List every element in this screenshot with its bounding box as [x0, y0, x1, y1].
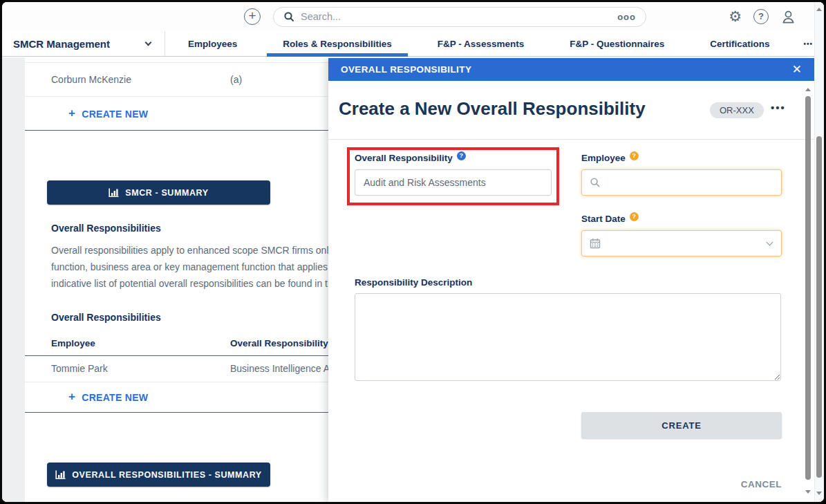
- nav-tabs: Employees Roles & Responsibilities F&P -…: [165, 31, 824, 56]
- start-date-input[interactable]: [581, 230, 782, 256]
- responsibility-cell: Business Intelligence An: [230, 363, 335, 374]
- employee-field: Employee ?: [581, 153, 782, 196]
- cancel-button[interactable]: CANCEL: [581, 479, 782, 489]
- help-icon[interactable]: ?: [630, 151, 639, 160]
- settings-gear-icon[interactable]: ⚙: [729, 9, 742, 24]
- global-search[interactable]: ooo: [273, 7, 646, 27]
- user-avatar-icon[interactable]: [780, 9, 796, 25]
- search-icon: [283, 11, 294, 22]
- plus-icon: +: [68, 390, 75, 404]
- scrollbar-thumb[interactable]: [816, 136, 822, 478]
- column-header-employee: Employee: [51, 338, 95, 348]
- tab-roles-responsibilities[interactable]: Roles & Responsibilities: [260, 31, 415, 56]
- bar-chart-icon: [109, 188, 119, 197]
- search-icon: [590, 177, 601, 188]
- calendar-icon: [590, 238, 601, 249]
- employee-search-input[interactable]: [581, 169, 782, 196]
- modal-header: OVERALL RESPONSIBILITY ✕: [328, 58, 814, 81]
- scrollbar-thumb[interactable]: [805, 96, 811, 480]
- create-new-button[interactable]: + CREATE NEW: [68, 108, 148, 120]
- employee-name-cell: Corburn McKenzie: [51, 74, 131, 85]
- search-input[interactable]: [301, 11, 617, 22]
- modal-body: Create a New Overall Responsibility OR-X…: [328, 81, 814, 502]
- divider: [328, 139, 814, 140]
- smcr-summary-label: SMCR - SUMMARY: [125, 188, 208, 198]
- close-icon[interactable]: ✕: [792, 64, 802, 75]
- table-heading: Overall Responsibilities: [51, 312, 161, 323]
- overall-responsibilities-summary-button[interactable]: OVERALL RESPONSIBILITIES - SUMMARY: [47, 463, 270, 487]
- topbar-actions: ⚙ ?: [729, 9, 796, 25]
- column-header-overall-responsibility: Overall Responsibility: [230, 338, 328, 348]
- start-date-label: Start Date ?: [581, 214, 782, 224]
- scroll-up-icon[interactable]: [816, 8, 822, 11]
- tab-employees[interactable]: Employees: [165, 31, 260, 56]
- quick-add-icon[interactable]: +: [244, 8, 261, 25]
- tab-fp-assessments[interactable]: F&P - Assessments: [415, 31, 547, 56]
- app-window: + ooo ⚙ ? SMCR Management Employees Role…: [0, 0, 826, 504]
- help-icon[interactable]: ?: [630, 212, 639, 221]
- scroll-up-icon[interactable]: [805, 88, 811, 91]
- employee-label: Employee ?: [581, 153, 782, 163]
- search-options-icon[interactable]: ooo: [617, 12, 636, 22]
- app-switcher[interactable]: SMCR Management: [2, 31, 165, 56]
- tab-certifications[interactable]: Certifications: [687, 31, 792, 56]
- section-description: Overall responsibilities apply to enhanc…: [51, 242, 335, 292]
- responsibility-description-textarea[interactable]: [355, 293, 781, 381]
- create-new-label: CREATE NEW: [82, 392, 148, 403]
- overall-responsibility-field: Overall Responsibility ?: [355, 153, 552, 196]
- help-icon[interactable]: ?: [753, 9, 769, 24]
- tab-fp-questionnaires[interactable]: F&P - Questionnaires: [547, 31, 687, 56]
- plus-icon: +: [68, 106, 75, 120]
- scroll-down-icon[interactable]: [805, 490, 811, 494]
- bar-chart-icon: [55, 470, 66, 479]
- scroll-down-icon[interactable]: [816, 492, 822, 495]
- app-title: SMCR Management: [13, 38, 110, 50]
- top-bar: + ooo ⚙ ?: [2, 2, 824, 31]
- employee-name-cell: Tommie Park: [51, 363, 108, 374]
- modal-header-title: OVERALL RESPONSIBILITY: [341, 64, 471, 75]
- create-new-button[interactable]: + CREATE NEW: [68, 391, 148, 404]
- modal-title: Create a New Overall Responsibility: [339, 98, 646, 120]
- responsibility-description-field: Responsibility Description: [355, 277, 781, 384]
- help-icon[interactable]: ?: [457, 151, 466, 160]
- more-options-icon[interactable]: •••: [771, 102, 786, 113]
- overall-responsibility-input[interactable]: [355, 169, 552, 196]
- overall-responsibility-label: Overall Responsibility ?: [355, 153, 552, 163]
- create-button[interactable]: CREATE: [581, 412, 782, 438]
- record-id-badge: OR-XXX: [710, 102, 764, 118]
- or-summary-label: OVERALL RESPONSIBILITIES - SUMMARY: [72, 470, 262, 480]
- app-nav-bar: SMCR Management Employees Roles & Respon…: [2, 31, 824, 57]
- create-new-label: CREATE NEW: [82, 109, 148, 120]
- smcr-summary-button[interactable]: SMCR - SUMMARY: [47, 180, 270, 205]
- responsibility-description-label: Responsibility Description: [355, 277, 781, 288]
- modal-scrollbar[interactable]: [804, 84, 812, 502]
- page-content: Corburn McKenzie (a) + CREATE NEW SMCR -…: [2, 57, 814, 502]
- value-cell: (a): [230, 74, 242, 85]
- chevron-down-icon: [145, 39, 152, 46]
- page-scrollbar[interactable]: [814, 2, 824, 502]
- start-date-field: Start Date ?: [581, 214, 782, 256]
- section-heading: Overall Responsibilities: [51, 223, 161, 234]
- overall-responsibility-modal: OVERALL RESPONSIBILITY ✕ Create a New Ov…: [328, 58, 814, 502]
